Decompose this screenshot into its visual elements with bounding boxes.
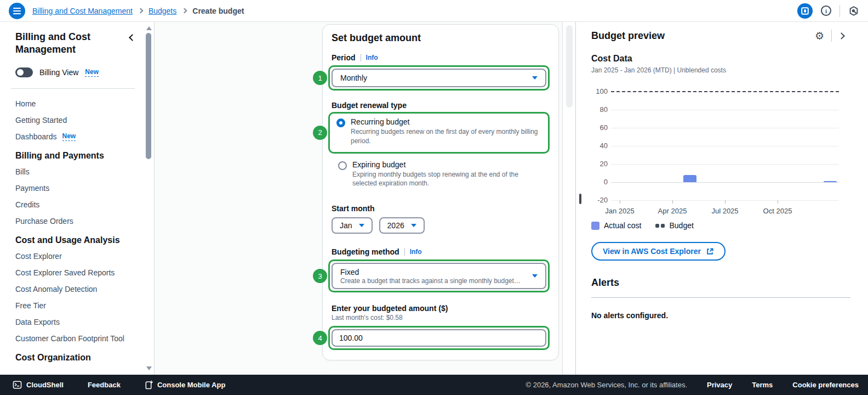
annotation-badge-1: 1 [313, 71, 327, 85]
sidebar-item-purchase-orders[interactable]: Purchase Orders [15, 213, 144, 229]
recurring-budget-option[interactable]: Recurring budget Recurring budgets renew… [332, 115, 546, 149]
x-axis-tick [725, 200, 726, 204]
sidebar-item-data-exports[interactable]: Data Exports [15, 314, 144, 330]
hexagon-status-icon[interactable] [848, 5, 859, 16]
footer-link-privacy[interactable]: Privacy [707, 381, 732, 389]
sidebar-item-bills[interactable]: Bills [15, 163, 144, 180]
start-month-label: Start month [332, 204, 375, 213]
breadcrumb-create-budget: Create budget [192, 7, 244, 15]
y-axis-tick-label: -20 [591, 196, 608, 204]
external-link-icon [706, 247, 714, 256]
budgeted-amount-label: Enter your budgeted amount ($) [332, 304, 448, 313]
start-year-select[interactable]: 2026 [379, 217, 425, 234]
sidebar-scrollbar-thumb[interactable] [146, 33, 151, 159]
sidebar-item-label: Bills [15, 167, 30, 176]
budgeting-method-description: Create a budget that tracks against a si… [340, 277, 521, 285]
y-axis-tick-label: 60 [591, 123, 608, 132]
alerts-empty-message: No alerts configured. [591, 311, 850, 320]
feedback-button[interactable]: Feedback [84, 380, 124, 390]
console-mobile-app-button[interactable]: Console Mobile App [141, 380, 229, 390]
radio-unselected-icon[interactable] [338, 161, 347, 170]
info-glyph: i [821, 5, 831, 16]
actual-cost-bar [824, 181, 837, 182]
renewal-type-label: Budget renewal type [332, 101, 407, 110]
sidebar-item-cost-anomaly-detection[interactable]: Cost Anomaly Detection [15, 281, 144, 297]
budgeted-amount-input[interactable] [332, 329, 546, 347]
side-panel-toggle-icon[interactable] [797, 3, 813, 19]
footer-link-terms[interactable]: Terms [752, 381, 773, 389]
x-axis-tick [778, 200, 778, 204]
billing-view-label: Billing View [39, 68, 78, 77]
breadcrumb-billing-and-cost-management[interactable]: Billing and Cost Management [32, 7, 133, 15]
legend-label: Actual cost [604, 221, 641, 230]
x-axis-tick-label: Oct 2025 [763, 207, 792, 215]
x-axis-tick [672, 200, 673, 204]
sidebar-item-home[interactable]: Home [15, 95, 144, 112]
expiring-budget-description: Expiring monthly budgets stop renewing a… [352, 170, 544, 189]
gear-icon[interactable]: ⚙ [815, 31, 824, 41]
billing-view-new-badge[interactable]: New [85, 68, 99, 77]
chart-title: Cost Data [591, 54, 850, 64]
sidebar-item-payments[interactable]: Payments [15, 180, 144, 196]
view-in-cost-explorer-label: View in AWS Cost Explorer [603, 247, 701, 256]
y-axis-tick-label: 100 [591, 87, 608, 95]
alerts-title: Alerts [591, 277, 850, 289]
alerts-divider [591, 297, 850, 298]
console-footer: CloudShell Feedback Console Mobile App ©… [0, 375, 868, 395]
last-month-cost-hint: Last month's cost: $0.58 [332, 314, 549, 321]
content-scrollbar [562, 22, 576, 375]
new-badge[interactable]: New [62, 132, 76, 141]
sidebar-item-label: Cost Anomaly Detection [15, 285, 97, 294]
sidebar-scrollbar [144, 22, 155, 375]
breadcrumb: Billing and Cost ManagementBudgetsCreate… [32, 7, 244, 15]
sidebar-item-dashboards[interactable]: DashboardsNew [15, 128, 144, 145]
radio-selected-icon[interactable] [336, 119, 345, 127]
actual-cost-swatch-icon [591, 222, 599, 230]
sidebar-item-getting-started[interactable]: Getting Started [15, 112, 144, 128]
cloudshell-button[interactable]: CloudShell [9, 380, 67, 390]
content-scrollbar-thumb[interactable] [566, 25, 573, 108]
sidebar-item-credits[interactable]: Credits [15, 196, 144, 213]
start-month-select[interactable]: Jan [332, 217, 373, 234]
y-axis-tick-label: 80 [591, 105, 608, 114]
expiring-budget-label: Expiring budget [352, 160, 544, 169]
view-in-cost-explorer-button[interactable]: View in AWS Cost Explorer [591, 242, 726, 261]
chevron-right-icon[interactable] [838, 32, 845, 40]
panel-resize-handle[interactable] [579, 194, 581, 204]
breadcrumb-budgets[interactable]: Budgets [149, 7, 176, 15]
budgeting-method-info-link[interactable]: Info [410, 248, 422, 256]
sidebar: Billing and Cost Management Billing View… [0, 22, 144, 375]
sidebar-item-free-tier[interactable]: Free Tier [15, 297, 144, 314]
y-axis-tick-label: 20 [591, 160, 608, 168]
legend-item-budget: Budget [655, 221, 693, 230]
sidebar-item-customer-carbon-footprint-tool[interactable]: Customer Carbon Footprint Tool [15, 330, 144, 347]
sidebar-section-header: Cost and Usage Analysis [15, 235, 144, 245]
footer-links: PrivacyTermsCookie preferences [707, 381, 859, 389]
sidebar-item-cost-explorer[interactable]: Cost Explorer [15, 248, 144, 264]
breadcrumb-separator-icon [182, 8, 187, 14]
footer-link-cookie-preferences[interactable]: Cookie preferences [792, 381, 859, 389]
scroll-up-arrow-icon[interactable] [146, 26, 152, 30]
budgeting-method-select[interactable]: Fixed Create a budget that tracks agains… [332, 263, 546, 289]
expiring-budget-option[interactable]: Expiring budget Expiring monthly budgets… [332, 157, 549, 191]
chevron-down-icon [532, 274, 538, 278]
period-label: Period [332, 53, 356, 62]
sidebar-collapse-icon[interactable] [129, 34, 136, 41]
info-icon[interactable]: i [821, 5, 831, 16]
budget-preview-panel: Budget preview ⚙ Cost Data Jan 2025 - Ja… [576, 22, 868, 375]
annotation-badge-3: 3 [313, 269, 327, 283]
period-select[interactable]: Monthly [332, 69, 546, 87]
sidebar-section-header: Cost Organization [15, 353, 144, 363]
cost-data-chart: 100806040200-20Jan 2025Apr 2025Jul 2025O… [591, 85, 850, 216]
sidebar-item-cost-explorer-saved-reports[interactable]: Cost Explorer Saved Reports [15, 264, 144, 281]
copyright-text: © 2026, Amazon Web Services, Inc. or its… [526, 381, 687, 389]
sidebar-section-header: Billing and Payments [15, 151, 144, 161]
label-divider [361, 54, 361, 61]
billing-view-toggle[interactable] [15, 67, 33, 77]
period-info-link[interactable]: Info [366, 54, 378, 61]
menu-hamburger-icon[interactable] [9, 3, 25, 19]
recurring-budget-label: Recurring budget [351, 117, 541, 126]
scroll-down-arrow-icon[interactable] [146, 366, 152, 370]
annotation-badge-4: 4 [313, 331, 327, 345]
budgeting-method-value: Fixed [340, 268, 521, 276]
